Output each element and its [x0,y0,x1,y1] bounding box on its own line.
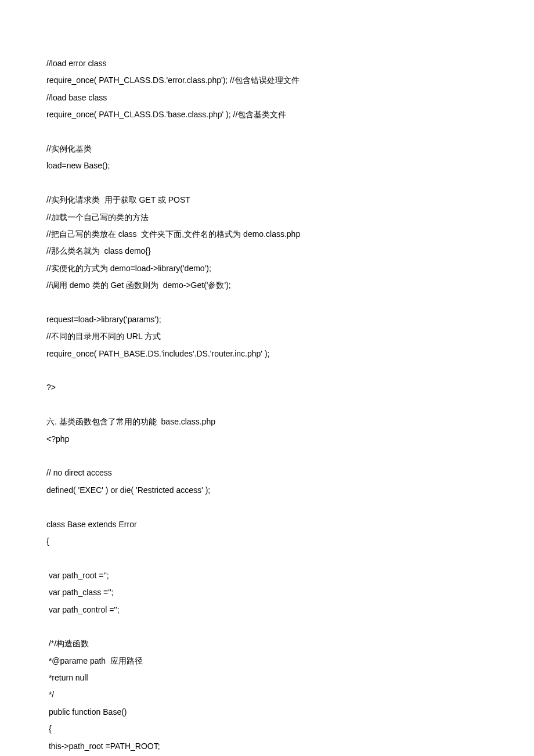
code-line: */ [46,686,488,703]
code-line: //实便化的方式为 demo=load->library('demo'); [46,260,488,277]
code-line: request=load->library('params'); [46,311,488,328]
code-line: *@parame path 应用路径 [46,653,488,669]
blank-line [46,362,488,379]
code-line: load=new Base(); [46,157,488,174]
code-line: //那么类名就为 class demo{} [46,243,488,260]
blank-line [46,550,488,567]
code-line: 六. 基类函数包含了常用的功能 base.class.php [46,413,488,430]
code-line: //load error class [46,55,488,72]
code-line: <?php [46,431,488,448]
document-page: //load error classrequire_once( PATH_CLA… [0,0,534,756]
code-line: // no direct access [46,465,488,481]
code-line: //调用 demo 类的 Get 函数则为 demo->Get('参数'); [46,277,488,294]
code-line: ?> [46,379,488,396]
code-line: { [46,533,488,550]
code-line: //实列化请求类 用于获取 GET 或 POST [46,192,488,208]
code-line: { [46,721,488,737]
code-line: defined( 'EXEC' ) or die( 'Restricted ac… [46,482,488,499]
code-line: /*/构造函数 [46,635,488,652]
code-line: class Base extends Error [46,516,488,533]
code-line: require_once( PATH_BASE.DS.'includes'.DS… [46,345,488,362]
blank-line [46,294,488,311]
code-line: this->path_root =PATH_ROOT; [46,738,488,755]
code-line: //实例化基类 [46,141,488,157]
code-line: //加载一个自己写的类的方法 [46,209,488,226]
blank-line [46,499,488,516]
blank-line [46,175,488,192]
blank-line [46,397,488,413]
code-line: require_once( PATH_CLASS.DS.'error.class… [46,72,488,89]
code-line: //把自己写的类放在 class 文件夹下面,文件名的格式为 demo.clas… [46,226,488,243]
code-line: *return null [46,669,488,686]
code-line: var path_root =''; [46,567,488,584]
code-line: var path_class =''; [46,584,488,601]
code-line: require_once( PATH_CLASS.DS.'base.class.… [46,106,488,123]
code-line: //不同的目录用不同的 URL 方式 [46,328,488,345]
blank-line [46,448,488,465]
code-line: public function Base() [46,704,488,721]
blank-line [46,618,488,635]
blank-line [46,124,488,141]
code-line: var path_control =''; [46,602,488,618]
code-line: //load base class [46,89,488,106]
